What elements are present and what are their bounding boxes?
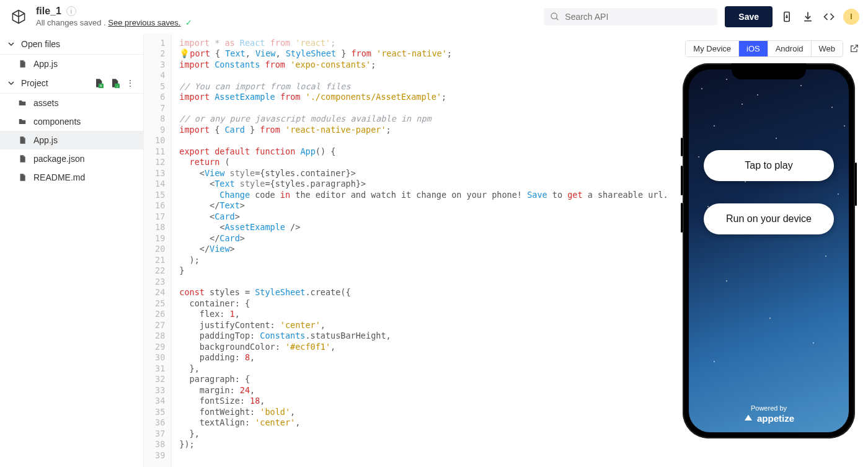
file-icon	[17, 59, 27, 69]
open-files-header[interactable]: Open files	[0, 34, 143, 55]
chevron-down-icon	[7, 40, 16, 48]
folder-icon	[17, 98, 27, 108]
project-title: file_1	[36, 5, 61, 18]
code-editor[interactable]: 1234567891011121314151617181920212223242…	[144, 34, 670, 467]
folder-icon	[17, 117, 27, 127]
embed-icon[interactable]	[822, 10, 836, 24]
new-file-icon[interactable]: +	[94, 78, 104, 88]
project-item[interactable]: package.json	[0, 149, 143, 168]
tab-ios[interactable]: iOS	[739, 41, 768, 56]
appetize-logo-icon	[743, 413, 753, 423]
device-frame: Tap to play Run on your device Powered b…	[683, 63, 855, 438]
save-status: All changes saved . See previous saves. …	[36, 18, 192, 29]
project-item[interactable]: assets	[0, 94, 143, 112]
powered-label: Powered by	[689, 404, 849, 412]
title-block: file_1 i All changes saved . See previou…	[36, 5, 192, 29]
svg-text:+: +	[100, 82, 102, 87]
tab-web[interactable]: Web	[812, 41, 843, 56]
device-screen: Tap to play Run on your device Powered b…	[689, 69, 849, 432]
powered-by: Powered by appetize	[689, 404, 849, 424]
import-file-icon[interactable]: ↓	[110, 78, 120, 88]
project-item[interactable]: components	[0, 112, 143, 131]
code-area[interactable]: import * as React from 'react';💡port { T…	[172, 34, 668, 467]
file-name: package.json	[33, 154, 85, 164]
saved-text: All changes saved .	[36, 18, 106, 27]
appetize-brand: appetize	[757, 413, 794, 424]
save-button[interactable]: Save	[725, 6, 773, 27]
project-item[interactable]: README.md	[0, 168, 143, 187]
snack-logo-icon	[9, 7, 29, 27]
download-icon[interactable]	[801, 10, 815, 24]
chevron-down-icon	[7, 79, 16, 87]
sidebar: Open files App.js Project + ↓	[0, 34, 144, 467]
project-item[interactable]: App.js	[0, 131, 143, 149]
run-on-device-button[interactable]: Run on your device	[704, 203, 834, 234]
file-name: App.js	[33, 135, 58, 145]
open-file-item[interactable]: App.js	[0, 55, 143, 73]
file-icon	[17, 135, 27, 145]
preview-panel: My DeviceiOSAndroidWeb Tap to play Run o…	[670, 34, 868, 467]
svg-line-1	[556, 18, 558, 20]
file-name: README.md	[33, 172, 85, 182]
tap-to-play-button[interactable]: Tap to play	[704, 150, 834, 181]
search-icon	[550, 12, 560, 22]
project-label: Project	[21, 78, 48, 88]
search-input-wrapper[interactable]	[544, 8, 717, 25]
file-icon	[17, 172, 27, 182]
open-external-icon[interactable]	[849, 43, 859, 53]
check-icon: ✓	[185, 18, 192, 27]
avatar[interactable]: I	[843, 9, 859, 25]
file-name: assets	[33, 98, 58, 108]
file-name: components	[33, 117, 81, 127]
info-icon[interactable]: i	[66, 6, 76, 16]
tab-my-device[interactable]: My Device	[686, 41, 739, 56]
platform-tabs: My DeviceiOSAndroidWeb	[685, 40, 843, 57]
see-previous-saves-link[interactable]: See previous saves.	[108, 18, 180, 27]
open-files-label: Open files	[21, 39, 136, 49]
project-header[interactable]: Project + ↓ ⋮	[0, 73, 143, 94]
tab-android[interactable]: Android	[768, 41, 812, 56]
device-icon[interactable]	[780, 10, 794, 24]
svg-text:↓: ↓	[117, 84, 118, 87]
header: file_1 i All changes saved . See previou…	[0, 0, 868, 34]
file-icon	[17, 154, 27, 164]
more-menu-icon[interactable]: ⋮	[126, 78, 136, 88]
line-gutter: 1234567891011121314151617181920212223242…	[144, 34, 172, 467]
file-name: App.js	[33, 59, 58, 69]
svg-point-0	[551, 13, 557, 19]
search-input[interactable]	[565, 12, 711, 22]
